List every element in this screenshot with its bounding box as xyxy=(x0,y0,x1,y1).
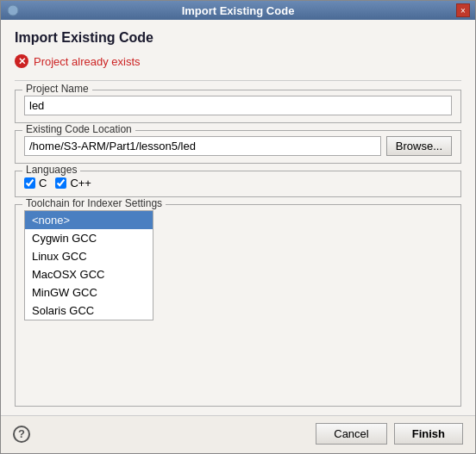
dialog-content: Import Existing Code ✕ Project already e… xyxy=(1,20,475,415)
title-bar: Import Existing Code × xyxy=(1,1,475,20)
lang-cpp-checkbox[interactable] xyxy=(55,177,66,189)
toolchain-fieldset: Toolchain for Indexer Settings <none>Cyg… xyxy=(15,204,461,407)
existing-code-label: Existing Code Location xyxy=(22,123,135,135)
toolchain-item[interactable]: MinGW GCC xyxy=(25,283,153,302)
browse-button[interactable]: Browse... xyxy=(386,136,452,156)
error-row: ✕ Project already exists xyxy=(15,54,461,68)
window-icon xyxy=(6,3,20,17)
languages-label: Languages xyxy=(22,164,80,176)
lang-c-checkbox[interactable] xyxy=(24,177,35,189)
toolchain-item[interactable]: Linux GCC xyxy=(25,247,153,265)
dialog-heading: Import Existing Code xyxy=(15,30,461,46)
close-button[interactable]: × xyxy=(456,3,470,17)
toolchain-label: Toolchain for Indexer Settings xyxy=(22,197,166,209)
toolchain-item[interactable]: Solaris GCC xyxy=(25,302,153,320)
button-group: Cancel Finish xyxy=(316,423,463,445)
existing-code-input[interactable] xyxy=(24,136,381,156)
svg-point-0 xyxy=(8,5,18,16)
existing-code-row: Browse... xyxy=(24,136,452,156)
project-name-input[interactable] xyxy=(24,96,452,115)
toolchain-item[interactable]: Cygwin GCC xyxy=(25,229,153,247)
project-name-label: Project Name xyxy=(22,83,92,95)
toolchain-list: <none>Cygwin GCCLinux GCCMacOSX GCCMinGW… xyxy=(24,210,153,320)
project-name-fieldset: Project Name xyxy=(15,90,461,123)
dialog-window: Import Existing Code × Import Existing C… xyxy=(0,0,476,454)
toolchain-item[interactable]: <none> xyxy=(25,211,153,229)
finish-button[interactable]: Finish xyxy=(394,423,463,445)
help-button[interactable]: ? xyxy=(13,426,30,443)
toolchain-item[interactable]: MacOSX GCC xyxy=(25,265,153,283)
window-title: Import Existing Code xyxy=(20,4,456,17)
cancel-button[interactable]: Cancel xyxy=(316,423,386,445)
lang-c-item: C xyxy=(24,177,47,190)
lang-cpp-item: C++ xyxy=(55,177,91,190)
error-message: Project already exists xyxy=(34,55,141,68)
languages-row: C C++ xyxy=(24,177,452,190)
error-icon: ✕ xyxy=(15,54,28,68)
lang-cpp-label: C++ xyxy=(70,177,91,190)
divider xyxy=(15,80,461,81)
languages-fieldset: Languages C C++ xyxy=(15,171,461,197)
bottom-bar: ? Cancel Finish xyxy=(1,415,475,453)
lang-c-label: C xyxy=(39,177,47,190)
existing-code-fieldset: Existing Code Location Browse... xyxy=(15,130,461,164)
